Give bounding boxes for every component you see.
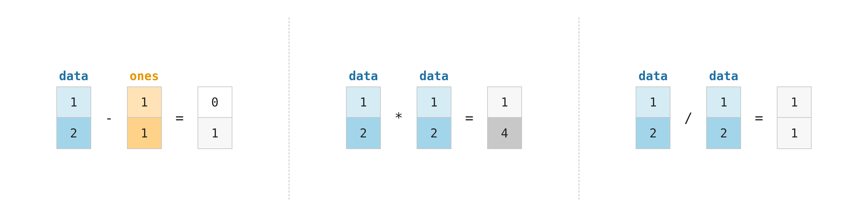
cell: 2 xyxy=(636,118,671,149)
array-result-sub: 0 1 xyxy=(197,68,232,149)
cell: 1 xyxy=(197,118,232,149)
cell: 2 xyxy=(416,118,452,149)
label-data: data xyxy=(709,68,738,84)
array-cells: 1 2 xyxy=(416,87,452,149)
cell: 0 xyxy=(197,87,232,118)
array-cells: 1 1 xyxy=(127,87,162,149)
cell: 1 xyxy=(416,87,452,118)
label-data: data xyxy=(419,68,448,84)
panel-division: data 1 2 / data 1 2 = 1 1 xyxy=(580,0,868,217)
cell: 1 xyxy=(706,87,741,118)
array-cells: 1 2 xyxy=(346,87,381,149)
array-cells: 0 1 xyxy=(197,87,232,149)
array-data: data 1 2 xyxy=(636,68,671,149)
panel-subtraction: data 1 2 - ones 1 1 = 0 1 xyxy=(0,0,288,217)
array-cells: 1 2 xyxy=(636,87,671,149)
cell: 1 xyxy=(346,87,381,118)
array-cells: 1 1 xyxy=(777,87,812,149)
cell: 1 xyxy=(56,87,91,118)
array-cells: 1 2 xyxy=(56,87,91,149)
array-result-mul: 1 4 xyxy=(487,68,522,149)
cell: 4 xyxy=(487,118,522,149)
diagram-canvas: data 1 2 - ones 1 1 = 0 1 data xyxy=(0,0,868,217)
label-ones: ones xyxy=(130,68,159,84)
cell: 1 xyxy=(777,87,812,118)
cell: 1 xyxy=(777,118,812,149)
cell: 2 xyxy=(346,118,381,149)
array-data: data 1 2 xyxy=(346,68,381,149)
cell: 1 xyxy=(127,87,162,118)
operator-minus: - xyxy=(101,110,117,126)
cell: 2 xyxy=(706,118,741,149)
array-cells: 1 2 xyxy=(706,87,741,149)
array-ones: ones 1 1 xyxy=(127,68,162,149)
array-data: data 1 2 xyxy=(56,68,91,149)
array-data: data 1 2 xyxy=(706,68,741,149)
operator-equals: = xyxy=(172,110,187,126)
panel-multiplication: data 1 2 * data 1 2 = 1 4 xyxy=(290,0,578,217)
operator-divide: / xyxy=(681,110,696,126)
operator-equals: = xyxy=(751,110,767,126)
operator-times: * xyxy=(391,110,406,126)
label-data: data xyxy=(349,68,378,84)
cell: 1 xyxy=(636,87,671,118)
label-data: data xyxy=(59,68,88,84)
array-data: data 1 2 xyxy=(416,68,452,149)
cell: 2 xyxy=(56,118,91,149)
array-cells: 1 4 xyxy=(487,87,522,149)
array-result-div: 1 1 xyxy=(777,68,812,149)
label-data: data xyxy=(639,68,668,84)
cell: 1 xyxy=(127,118,162,149)
cell: 1 xyxy=(487,87,522,118)
operator-equals: = xyxy=(462,110,477,126)
